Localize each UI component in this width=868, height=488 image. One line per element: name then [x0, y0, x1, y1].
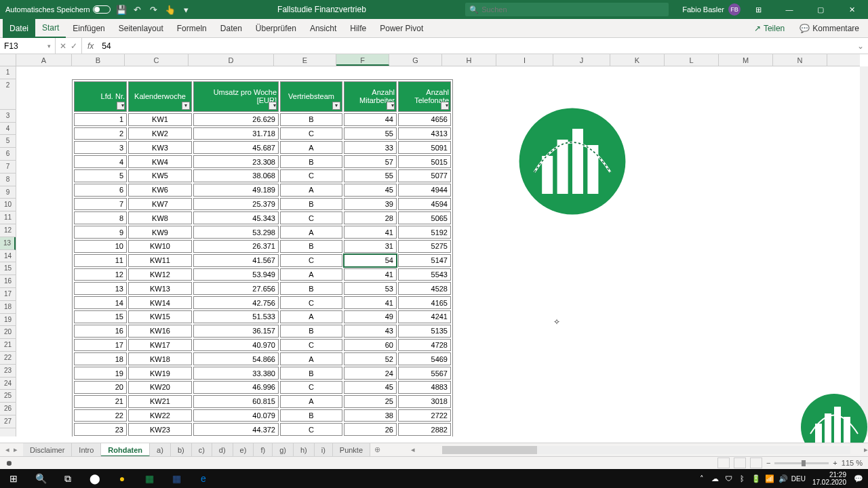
- cell[interactable]: 25.379: [193, 198, 279, 211]
- row-header-22[interactable]: 22: [0, 352, 16, 365]
- cell[interactable]: 5091: [398, 141, 451, 154]
- cell[interactable]: KW20: [128, 381, 192, 394]
- cell[interactable]: C: [280, 423, 342, 436]
- cell[interactable]: 49: [344, 310, 397, 323]
- col-header-K[interactable]: K: [610, 54, 665, 66]
- maximize-icon[interactable]: ▢: [807, 0, 834, 19]
- cell[interactable]: 51.533: [193, 310, 279, 323]
- tray-shield-icon[interactable]: 🛡: [724, 473, 734, 484]
- ribbon-options-icon[interactable]: ⊞: [745, 0, 772, 19]
- sheet-tab-rohdaten[interactable]: Rohdaten: [101, 443, 150, 457]
- sheet-tab-f)[interactable]: f): [254, 443, 273, 457]
- row-header-2[interactable]: 2: [0, 79, 16, 110]
- cell[interactable]: KW10: [128, 240, 192, 253]
- cell[interactable]: KW8: [128, 211, 192, 224]
- cell[interactable]: 5077: [398, 169, 451, 182]
- row-header-20[interactable]: 20: [0, 326, 16, 339]
- cell[interactable]: A: [280, 352, 342, 365]
- col-header-H[interactable]: H: [442, 54, 496, 66]
- cell[interactable]: 33: [344, 141, 397, 154]
- cell[interactable]: 5135: [398, 325, 451, 338]
- zoom-in-icon[interactable]: +: [833, 459, 837, 467]
- sheet-tab-intro[interactable]: Intro: [72, 443, 101, 457]
- cell[interactable]: 26.371: [193, 240, 279, 253]
- cell[interactable]: A: [280, 184, 342, 197]
- cell[interactable]: 26: [344, 423, 397, 436]
- table-header[interactable]: Anzahl Mitarbeiter▾: [344, 81, 397, 112]
- accept-formula-icon[interactable]: ✓: [71, 41, 77, 51]
- tab-file[interactable]: Datei: [3, 19, 35, 38]
- cell[interactable]: 8: [74, 211, 127, 224]
- cell[interactable]: KW7: [128, 198, 192, 211]
- cell[interactable]: KW4: [128, 155, 192, 168]
- name-box-input[interactable]: [4, 41, 47, 51]
- sheet-tab-g)[interactable]: g): [273, 443, 294, 457]
- cell[interactable]: 42.756: [193, 296, 279, 309]
- col-header-M[interactable]: M: [719, 54, 773, 66]
- col-header-J[interactable]: J: [553, 54, 610, 66]
- undo-icon[interactable]: ↶: [132, 4, 143, 15]
- filter-icon[interactable]: ▾: [269, 102, 277, 110]
- cell[interactable]: 22: [74, 409, 127, 422]
- row-header-4[interactable]: 4: [0, 123, 16, 136]
- cell[interactable]: 52: [344, 352, 397, 365]
- cell[interactable]: 5015: [398, 155, 451, 168]
- row-header-7[interactable]: 7: [0, 161, 16, 174]
- cell[interactable]: 60: [344, 339, 397, 352]
- cell[interactable]: A: [280, 268, 342, 281]
- cell[interactable]: KW14: [128, 296, 192, 309]
- sheet-tab-punkte[interactable]: Punkte: [333, 443, 370, 457]
- cell[interactable]: 4528: [398, 282, 451, 295]
- tray-onedrive-icon[interactable]: ☁: [710, 473, 721, 484]
- cell[interactable]: 2722: [398, 409, 451, 422]
- cell[interactable]: KW12: [128, 268, 192, 281]
- tab-daten[interactable]: Daten: [214, 19, 249, 38]
- tab-start[interactable]: Start: [35, 19, 66, 38]
- cell[interactable]: B: [280, 155, 342, 168]
- cell[interactable]: 12: [74, 268, 127, 281]
- cell[interactable]: KW19: [128, 367, 192, 380]
- cell[interactable]: 5: [74, 169, 127, 182]
- app-excel-icon[interactable]: ▦: [136, 469, 163, 488]
- cell[interactable]: C: [280, 127, 342, 140]
- taskview-icon[interactable]: ⧉: [54, 469, 81, 488]
- sheet-tab-d)[interactable]: d): [212, 443, 233, 457]
- cell[interactable]: 5147: [398, 254, 451, 267]
- sheet-tab-i)[interactable]: i): [315, 443, 333, 457]
- cell[interactable]: KW21: [128, 395, 192, 408]
- col-header-B[interactable]: B: [72, 54, 125, 66]
- cell[interactable]: 54: [344, 254, 397, 267]
- cell[interactable]: 16: [74, 325, 127, 338]
- cell[interactable]: 5567: [398, 367, 451, 380]
- cell[interactable]: 23.308: [193, 155, 279, 168]
- cell[interactable]: B: [280, 367, 342, 380]
- col-header-L[interactable]: L: [665, 54, 719, 66]
- cell[interactable]: 5275: [398, 240, 451, 253]
- row-header-3[interactable]: 3: [0, 110, 16, 123]
- cell[interactable]: 4313: [398, 127, 451, 140]
- select-all-cell[interactable]: [0, 54, 16, 66]
- formula-input[interactable]: [99, 41, 853, 51]
- row-header-27[interactable]: 27: [0, 415, 16, 428]
- cell[interactable]: 38.068: [193, 169, 279, 182]
- app-edge-icon[interactable]: e: [190, 469, 217, 488]
- row-header-14[interactable]: 14: [0, 250, 16, 263]
- cell[interactable]: 2: [74, 127, 127, 140]
- taskbar-clock[interactable]: 21:29 17.02.2020: [808, 471, 850, 486]
- cell[interactable]: 60.815: [193, 395, 279, 408]
- row-header-13[interactable]: 13: [0, 237, 16, 250]
- table-header[interactable]: Vertriebsteam▾: [280, 81, 342, 112]
- cell[interactable]: 3: [74, 141, 127, 154]
- search-taskbar-icon[interactable]: 🔍: [27, 469, 54, 488]
- cell[interactable]: B: [280, 198, 342, 211]
- row-header-23[interactable]: 23: [0, 365, 16, 378]
- sheet-nav[interactable]: ◂ ▸: [0, 445, 23, 454]
- cell[interactable]: 26.629: [193, 113, 279, 126]
- row-header-16[interactable]: 16: [0, 275, 16, 288]
- cell[interactable]: 13: [74, 282, 127, 295]
- cell[interactable]: 5543: [398, 268, 451, 281]
- user-avatar[interactable]: FB: [728, 3, 741, 16]
- cell[interactable]: 31: [344, 240, 397, 253]
- cell[interactable]: 27.656: [193, 282, 279, 295]
- cell[interactable]: 4594: [398, 198, 451, 211]
